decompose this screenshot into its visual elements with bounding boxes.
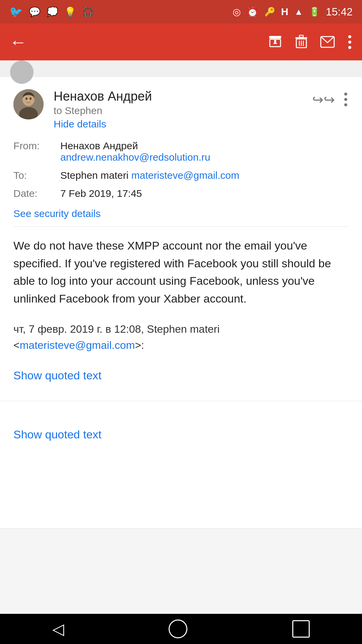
quoted-sender-email-link[interactable]: materisteve@gmail.com bbox=[20, 339, 135, 351]
svg-point-15 bbox=[29, 98, 32, 100]
key-icon: 🔑 bbox=[264, 7, 275, 17]
svg-rect-3 bbox=[274, 40, 276, 44]
chat-bubble2-icon: 💭 bbox=[47, 6, 58, 17]
to-recipient-name: Stephen materi bbox=[60, 170, 128, 181]
back-button[interactable]: ← bbox=[9, 26, 34, 57]
show-quoted-text-1-button[interactable]: Show quoted text bbox=[13, 367, 102, 384]
from-label: From: bbox=[13, 140, 50, 152]
detail-row-from: From: Ненахов Андрей andrew.nenakhov@red… bbox=[13, 140, 349, 163]
to-value: Stephen materi materisteve@gmail.com bbox=[60, 170, 239, 181]
hide-details-link[interactable]: Hide details bbox=[54, 118, 106, 130]
from-sender-email[interactable]: andrew.nenakhov@redsolution.ru bbox=[60, 152, 210, 163]
email-card: Ненахов Андрей to Stephen Hide details ↩… bbox=[0, 77, 362, 401]
previous-message-strip bbox=[0, 60, 362, 77]
to-label: To: bbox=[13, 170, 50, 181]
previous-avatar bbox=[10, 60, 34, 84]
status-icons-right: ◎ ⏰ 🔑 H ▲ 🔋 15:42 bbox=[233, 6, 353, 18]
security-details-link[interactable]: See security details bbox=[13, 208, 101, 219]
more-options-button[interactable] bbox=[347, 34, 353, 50]
alarm-icon: ⏰ bbox=[247, 6, 258, 17]
mark-unread-button[interactable] bbox=[320, 36, 335, 48]
from-sender-name: Ненахов Андрей bbox=[60, 140, 210, 152]
status-icons-left: 🐦 💬 💭 💡 🎧 bbox=[9, 5, 94, 18]
app-toolbar: ← bbox=[0, 23, 362, 60]
email-body: We do not have these XMPP account nor th… bbox=[13, 237, 349, 384]
detail-row-to: To: Stephen materi materisteve@gmail.com bbox=[13, 170, 349, 181]
status-bar: 🐦 💬 💭 💡 🎧 ◎ ⏰ 🔑 H ▲ 🔋 15:42 bbox=[0, 0, 362, 23]
nav-home-icon bbox=[169, 620, 187, 638]
show-quoted-text-2-button[interactable]: Show quoted text bbox=[13, 428, 102, 441]
date-value: 7 Feb 2019, 17:45 bbox=[60, 188, 142, 199]
detail-row-date: Date: 7 Feb 2019, 17:45 bbox=[13, 188, 349, 199]
email-header-row: Ненахов Андрей to Stephen Hide details ↩… bbox=[13, 89, 349, 130]
signal-bars-icon: ▲ bbox=[294, 7, 303, 17]
email-header-icons: ↩↩ bbox=[312, 91, 349, 108]
from-value: Ненахов Андрей andrew.nenakhov@redsoluti… bbox=[60, 140, 210, 163]
headset-icon: 🎧 bbox=[82, 6, 94, 17]
bottom-divider bbox=[0, 528, 362, 529]
notification-icon: 🐦 bbox=[9, 5, 23, 18]
quoted-sender-text: чт, 7 февр. 2019 г. в 12:08, Stephen mat… bbox=[13, 323, 220, 335]
reply-all-button[interactable]: ↩↩ bbox=[312, 92, 335, 107]
date-label: Date: bbox=[13, 188, 50, 199]
nav-back-button[interactable]: ◁ bbox=[52, 620, 64, 638]
wifi-target-icon: ◎ bbox=[233, 6, 241, 17]
email-content-area: Ненахов Андрей to Stephen Hide details ↩… bbox=[0, 60, 362, 614]
back-arrow-icon: ← bbox=[9, 32, 27, 52]
bottom-spacer bbox=[0, 461, 362, 528]
time-display: 15:42 bbox=[326, 6, 353, 18]
second-message-section: Show quoted text bbox=[0, 401, 362, 461]
svg-point-14 bbox=[25, 98, 27, 100]
idea-icon: 💡 bbox=[64, 6, 76, 17]
nav-recent-icon bbox=[292, 620, 310, 638]
nav-home-button[interactable] bbox=[169, 620, 187, 638]
to-line: to Stephen bbox=[54, 105, 302, 116]
svg-rect-0 bbox=[269, 36, 281, 39]
nav-back-icon: ◁ bbox=[52, 620, 64, 638]
body-paragraph: We do not have these XMPP account nor th… bbox=[13, 237, 349, 308]
divider-1 bbox=[13, 226, 349, 227]
toolbar-actions bbox=[268, 34, 353, 50]
delete-button[interactable] bbox=[295, 35, 308, 49]
quoted-sender-line: чт, 7 февр. 2019 г. в 12:08, Stephen mat… bbox=[13, 321, 349, 353]
to-recipient-email[interactable]: materisteve@gmail.com bbox=[131, 170, 239, 181]
sender-avatar bbox=[13, 89, 44, 119]
nav-bar: ◁ bbox=[0, 614, 362, 644]
signal-h-label: H bbox=[281, 6, 289, 17]
nav-recent-button[interactable] bbox=[292, 620, 310, 638]
battery-icon: 🔋 bbox=[309, 7, 320, 17]
email-details: From: Ненахов Андрей andrew.nenakhov@red… bbox=[13, 137, 349, 223]
email-more-options-button[interactable] bbox=[343, 91, 349, 108]
archive-button[interactable] bbox=[268, 35, 283, 49]
svg-rect-5 bbox=[299, 35, 303, 37]
chat-bubble-icon: 💬 bbox=[29, 6, 41, 17]
sender-name: Ненахов Андрей bbox=[54, 89, 302, 104]
email-header-info: Ненахов Андрей to Stephen Hide details bbox=[54, 89, 302, 130]
